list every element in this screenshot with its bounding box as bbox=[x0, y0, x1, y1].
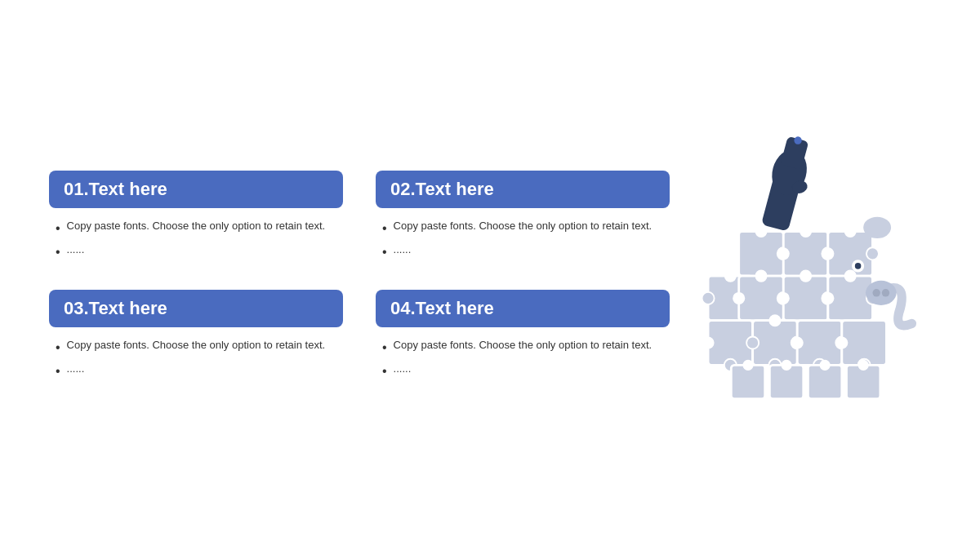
card-1-header: 01.Text here bbox=[49, 171, 343, 208]
card-4-body: •Copy paste fonts. Choose the only optio… bbox=[376, 337, 670, 384]
card-4-header-text: 04.Text here bbox=[390, 298, 494, 318]
svg-point-6 bbox=[755, 225, 767, 238]
card-3-bullet-1-text: Copy paste fonts. Choose the only option… bbox=[67, 337, 343, 353]
svg-point-52 bbox=[781, 360, 791, 371]
card-4: 04.Text here•Copy paste fonts. Choose th… bbox=[376, 290, 670, 384]
bullet-dot-icon: • bbox=[56, 338, 60, 357]
card-2-bullet-1-text: Copy paste fonts. Choose the only option… bbox=[394, 218, 670, 234]
bullet-dot-icon: • bbox=[56, 362, 60, 381]
svg-point-38 bbox=[768, 314, 781, 326]
right-illustration bbox=[670, 122, 931, 433]
svg-point-19 bbox=[702, 292, 715, 304]
card-3-header-text: 03.Text here bbox=[64, 298, 167, 318]
card-1-bullet-2: •...... bbox=[56, 242, 343, 262]
card-2-header-text: 02.Text here bbox=[390, 179, 494, 199]
card-2-header: 02.Text here bbox=[376, 171, 670, 208]
card-1-header-text: 01.Text here bbox=[64, 179, 167, 199]
svg-point-34 bbox=[702, 336, 715, 349]
svg-point-9 bbox=[800, 225, 812, 238]
bullet-dot-icon: • bbox=[56, 242, 60, 262]
card-4-bullet-2-text: ...... bbox=[394, 361, 670, 377]
card-2: 02.Text here•Copy paste fonts. Choose th… bbox=[376, 171, 670, 265]
svg-point-56 bbox=[858, 360, 869, 371]
bullet-dot-icon: • bbox=[382, 242, 387, 262]
svg-point-39 bbox=[746, 336, 759, 349]
card-4-bullet-1: •Copy paste fonts. Choose the only optio… bbox=[382, 337, 670, 357]
card-3-bullet-2: •...... bbox=[56, 361, 343, 381]
svg-point-58 bbox=[855, 263, 862, 269]
card-1: 01.Text here•Copy paste fonts. Choose th… bbox=[49, 171, 343, 265]
bullet-dot-icon: • bbox=[382, 362, 387, 381]
svg-point-50 bbox=[742, 360, 753, 371]
bullet-dot-icon: • bbox=[382, 219, 387, 238]
card-3-bullet-2-text: ...... bbox=[67, 361, 343, 377]
main-container: 01.Text here•Copy paste fonts. Choose th… bbox=[0, 0, 980, 555]
svg-point-61 bbox=[882, 289, 889, 296]
svg-point-15 bbox=[822, 247, 834, 260]
svg-point-27 bbox=[777, 292, 790, 304]
card-3-bullet-1: •Copy paste fonts. Choose the only optio… bbox=[56, 337, 343, 357]
bullet-dot-icon: • bbox=[56, 219, 60, 238]
bullet-dot-icon: • bbox=[382, 338, 387, 357]
svg-point-43 bbox=[791, 336, 804, 349]
card-4-bullet-2: •...... bbox=[382, 361, 670, 381]
card-4-bullet-1-text: Copy paste fonts. Choose the only option… bbox=[394, 337, 670, 353]
card-2-bullet-2: •...... bbox=[382, 242, 670, 262]
card-2-bullet-2-text: ...... bbox=[394, 242, 670, 258]
card-1-bullet-1: •Copy paste fonts. Choose the only optio… bbox=[56, 218, 343, 238]
svg-point-54 bbox=[820, 360, 831, 371]
svg-point-14 bbox=[866, 247, 879, 260]
card-1-body: •Copy paste fonts. Choose the only optio… bbox=[49, 218, 343, 265]
svg-point-22 bbox=[755, 270, 767, 282]
svg-point-47 bbox=[835, 336, 848, 349]
svg-point-11 bbox=[777, 247, 790, 260]
card-3-body: •Copy paste fonts. Choose the only optio… bbox=[49, 337, 343, 384]
svg-point-26 bbox=[800, 270, 812, 282]
svg-point-30 bbox=[844, 270, 857, 282]
svg-point-60 bbox=[872, 289, 880, 296]
svg-point-23 bbox=[733, 292, 745, 304]
card-2-bullet-1: •Copy paste fonts. Choose the only optio… bbox=[382, 218, 670, 238]
card-1-bullet-2-text: ...... bbox=[67, 242, 343, 258]
card-3-header: 03.Text here bbox=[49, 290, 343, 327]
svg-point-18 bbox=[724, 270, 737, 282]
card-2-body: •Copy paste fonts. Choose the only optio… bbox=[376, 218, 670, 265]
svg-point-59 bbox=[866, 281, 897, 305]
card-3: 03.Text here•Copy paste fonts. Choose th… bbox=[49, 290, 343, 384]
svg-point-13 bbox=[844, 225, 857, 238]
card-4-header: 04.Text here bbox=[376, 290, 670, 327]
svg-point-31 bbox=[822, 292, 834, 304]
svg-point-16 bbox=[863, 217, 891, 238]
card-1-bullet-1-text: Copy paste fonts. Choose the only option… bbox=[67, 218, 343, 234]
left-content: 01.Text here•Copy paste fonts. Choose th… bbox=[49, 171, 670, 384]
